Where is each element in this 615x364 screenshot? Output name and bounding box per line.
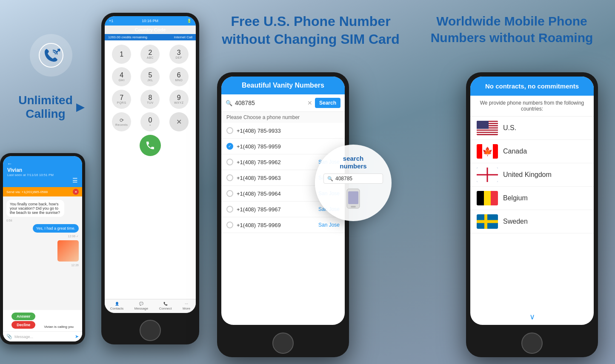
number-text-6: +1(408) 785-9969 bbox=[237, 222, 315, 228]
country-ca[interactable]: 🍁 Canada bbox=[470, 140, 594, 163]
country-name-uk: United Kingdom bbox=[503, 171, 552, 179]
number-item-0[interactable]: +1(408) 785-9933 bbox=[221, 123, 345, 139]
number-list: +1(408) 785-9933 +1(408) 785-9959 +1(408… bbox=[221, 123, 345, 325]
svg-point-46 bbox=[483, 125, 484, 126]
svg-rect-17 bbox=[477, 123, 498, 124]
vanity-header: Beautiful Vanity Numbers bbox=[221, 77, 345, 94]
vanity-home-button[interactable] bbox=[272, 333, 294, 354]
feature-col-2-header: Worldwide Mobile Phone Numbers without R… bbox=[409, 0, 615, 54]
calling-arrow: ▶ bbox=[76, 101, 84, 113]
key-5[interactable]: 5JKL bbox=[140, 67, 160, 86]
number-item-1[interactable]: +1(408) 785-9959 bbox=[221, 139, 345, 154]
dialer-screen: +1 10:16 PM 🔋 Country Code 1263.00 credi… bbox=[105, 16, 196, 313]
key-7[interactable]: 7PQRS bbox=[112, 90, 131, 109]
nav-more[interactable]: ⋯More bbox=[183, 302, 190, 310]
photo-thumbnail bbox=[57, 240, 79, 262]
search-button[interactable]: Search bbox=[315, 98, 340, 108]
countries-header-text: No contracts, no commitments bbox=[477, 82, 587, 90]
send-via-bar: Send via: +1(201)685-0588 ✕ bbox=[3, 187, 82, 196]
key-recents[interactable]: ⟳Recents bbox=[112, 112, 131, 131]
key-8[interactable]: 8TUV bbox=[140, 90, 160, 109]
flag-se-icon bbox=[477, 214, 498, 229]
number-text-3: +1(408) 785-9963 bbox=[237, 175, 315, 181]
feature-title-2b: Numbers without Roaming bbox=[421, 29, 602, 46]
svg-rect-23 bbox=[477, 130, 498, 131]
key-0[interactable]: 0+ bbox=[140, 112, 160, 131]
credits-text: 1263.00 credits remaining bbox=[108, 35, 147, 39]
svg-point-37 bbox=[483, 122, 484, 123]
svg-rect-22 bbox=[477, 128, 498, 130]
number-text-5: +1(408) 785-9967 bbox=[237, 206, 315, 213]
number-text-1: +1(408) 785-9959 bbox=[237, 143, 336, 150]
search-icon: 🔍 bbox=[226, 100, 232, 106]
chevron-down[interactable]: ∨ bbox=[470, 309, 594, 325]
flag-uk-icon bbox=[477, 168, 498, 182]
location-6: San Jose bbox=[318, 222, 340, 228]
country-se[interactable]: Sweden bbox=[470, 210, 594, 233]
feature-title-1: Free U.S. Phone Number bbox=[221, 13, 400, 31]
credits-bar: 1263.00 credits remaining Internet Call bbox=[105, 34, 196, 40]
svg-point-33 bbox=[484, 121, 485, 122]
country-be[interactable]: Belgium bbox=[470, 187, 594, 210]
svg-point-41 bbox=[483, 124, 483, 125]
country-list: U.S. 🍁 Canada bbox=[470, 117, 594, 309]
bubble-title: search numbers bbox=[340, 155, 366, 170]
svg-point-51 bbox=[484, 126, 485, 127]
svg-rect-24 bbox=[477, 131, 498, 132]
nav-connect[interactable]: 📞Connect bbox=[159, 302, 172, 310]
battery-icon: 🔋 bbox=[187, 19, 192, 23]
bubble-search-icon: 🔍 bbox=[327, 176, 333, 182]
svg-point-47 bbox=[478, 126, 478, 127]
decline-button[interactable]: Decline bbox=[11, 321, 35, 329]
countries-phone: No contracts, no commitments We provide … bbox=[466, 72, 598, 357]
key-9[interactable]: 9WXYZ bbox=[169, 90, 189, 109]
vanity-header-text: Beautiful Vanity Numbers bbox=[228, 82, 338, 89]
svg-point-45 bbox=[482, 125, 483, 126]
radio-6[interactable] bbox=[226, 222, 233, 228]
answer-button[interactable]: Answer bbox=[11, 313, 36, 320]
number-text-0: +1(408) 785-9933 bbox=[237, 128, 336, 134]
close-send-via[interactable]: ✕ bbox=[73, 189, 79, 195]
search-input[interactable]: 408785 bbox=[235, 100, 305, 106]
country-uk[interactable]: United Kingdom bbox=[470, 163, 594, 187]
bubble-search-text: 408785 bbox=[335, 176, 352, 182]
svg-point-39 bbox=[479, 124, 480, 125]
country-us[interactable]: U.S. bbox=[470, 117, 594, 140]
home-button[interactable] bbox=[140, 320, 161, 341]
vanity-search-bar: 🔍 408785 ✕ Search bbox=[221, 94, 345, 112]
nav-message[interactable]: 💬Message bbox=[134, 302, 148, 310]
number-item-6[interactable]: +1(408) 785-9969 San Jose bbox=[221, 217, 345, 233]
radio-2[interactable] bbox=[226, 159, 233, 165]
svg-rect-18 bbox=[477, 124, 498, 125]
radio-0[interactable] bbox=[226, 127, 233, 134]
key-2[interactable]: 2ABC bbox=[140, 45, 160, 64]
message-input[interactable]: Message... bbox=[14, 335, 73, 339]
key-4[interactable]: 4GHI bbox=[112, 67, 131, 86]
radio-5[interactable] bbox=[226, 206, 233, 213]
radio-3[interactable] bbox=[226, 174, 233, 181]
radio-1[interactable] bbox=[226, 143, 233, 150]
key-delete[interactable]: ✕ bbox=[169, 112, 189, 131]
call-bar: Answer Decline Vivian is calling you bbox=[3, 310, 82, 331]
sent-message-1: Yes, I had a great time. bbox=[33, 224, 79, 233]
key-3[interactable]: 3DEF bbox=[169, 45, 189, 64]
key-6[interactable]: 6MNO bbox=[169, 67, 189, 86]
call-button[interactable] bbox=[140, 135, 161, 156]
back-arrow[interactable]: ← bbox=[7, 161, 12, 167]
choose-label: Please Choose a phone number bbox=[221, 112, 345, 123]
flag-ca-icon: 🍁 bbox=[477, 144, 498, 159]
countries-screen: No contracts, no commitments We provide … bbox=[470, 77, 594, 325]
countries-home-button[interactable] bbox=[521, 333, 543, 354]
attachment-icon[interactable]: 📎 bbox=[6, 334, 12, 339]
radio-4[interactable] bbox=[226, 190, 233, 197]
menu-icon[interactable]: ☰ bbox=[72, 177, 78, 184]
main-content: Unlimited Calling ▶ bbox=[0, 0, 615, 364]
phone-icon bbox=[38, 43, 64, 68]
key-1[interactable]: 1 bbox=[112, 45, 131, 64]
svg-rect-16 bbox=[477, 122, 498, 123]
feature-title-2a: Worldwide Mobile Phone bbox=[421, 13, 602, 29]
send-icon[interactable]: ➤ bbox=[75, 334, 79, 339]
clear-button[interactable]: ✕ bbox=[307, 100, 312, 106]
nav-contacts[interactable]: 👤Contacts bbox=[110, 302, 124, 310]
country-name-us: U.S. bbox=[503, 124, 516, 132]
